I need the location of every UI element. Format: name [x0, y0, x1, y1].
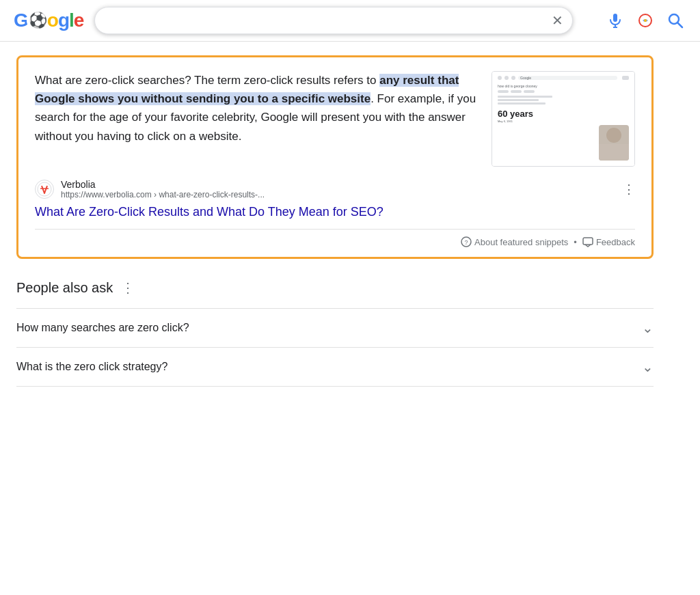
- mock-result-left: 60 years May 6, 1961: [498, 96, 552, 123]
- mock-result-text-lines: [498, 96, 552, 105]
- about-snippets-label: About featured snippets: [474, 237, 568, 247]
- google-logo[interactable]: G ⚽ o g l e: [14, 10, 83, 31]
- snippet-text-before: What are zero-click searches? The term z…: [35, 74, 379, 87]
- browser-dot1: [498, 76, 502, 80]
- source-url: https://www.verbolia.com › what-are-zero…: [61, 190, 265, 199]
- mock-celebrity-image: [599, 125, 629, 161]
- svg-rect-11: [583, 238, 593, 245]
- snippet-result-link[interactable]: What Are Zero-Click Results and What Do …: [35, 205, 635, 219]
- svg-line-6: [677, 23, 682, 27]
- browser-dot3: [511, 76, 515, 80]
- paa-title: People also ask: [16, 280, 113, 296]
- logo-letter-g: G: [14, 10, 28, 31]
- mock-close-btn: [622, 76, 629, 80]
- snippet-footer: ? About featured snippets • Feedback: [35, 229, 635, 247]
- logo-letter-g2: g: [58, 10, 69, 31]
- mock-search-text: how old is george clooney: [498, 84, 629, 88]
- mock-person-body: [599, 144, 629, 161]
- mock-line1: [498, 96, 552, 98]
- paa-question-1: How many searches are zero click?: [16, 322, 189, 334]
- search-bar-container: what is zero click search ✕: [94, 7, 573, 34]
- logo-soccer-ball-icon: ⚽: [27, 10, 49, 31]
- svg-rect-0: [613, 14, 617, 22]
- search-button[interactable]: [664, 10, 686, 31]
- source-info: Verbolia https://www.verbolia.com › what…: [61, 179, 265, 199]
- browser-dot2: [504, 76, 509, 80]
- image-search-button[interactable]: [634, 10, 656, 31]
- snippet-image: Google how old is george clooney: [492, 71, 635, 167]
- people-also-ask-section: People also ask ⋮ How many searches are …: [16, 278, 654, 387]
- voice-search-button[interactable]: [604, 10, 626, 31]
- mock-browser-bar: Google: [498, 76, 629, 80]
- featured-snippet-box: What are zero-click searches? The term z…: [16, 55, 654, 259]
- mock-date: May 6, 1961: [498, 120, 552, 123]
- mock-tab3: [524, 90, 535, 93]
- mock-url-bar: Google: [518, 76, 617, 80]
- mock-age-label: 60 years: [498, 109, 552, 119]
- svg-point-4: [644, 19, 647, 22]
- paa-chevron-1-icon: ⌄: [642, 320, 654, 336]
- verbolia-logo-icon: [37, 182, 52, 197]
- logo-letter-l: l: [69, 10, 74, 31]
- verbolia-logo: [35, 180, 54, 199]
- feedback-icon: [582, 236, 593, 247]
- snippet-image-inner: Google how old is george clooney: [492, 72, 634, 166]
- paa-chevron-2-icon: ⌄: [642, 359, 654, 375]
- main-content: What are zero-click searches? The term z…: [0, 42, 670, 400]
- microphone-icon: [607, 12, 623, 29]
- paa-question-2: What is the zero click strategy?: [16, 361, 167, 373]
- mock-tabs: [498, 90, 629, 93]
- mock-tab1: [498, 90, 509, 93]
- mock-result-area: 60 years May 6, 1961: [498, 96, 629, 123]
- lens-icon: [637, 12, 654, 29]
- mock-url-text: Google: [520, 76, 531, 80]
- mock-tab2: [511, 90, 522, 93]
- snippet-source: Verbolia https://www.verbolia.com › what…: [35, 179, 635, 199]
- feedback-label: Feedback: [596, 237, 635, 247]
- mock-line3: [498, 102, 546, 105]
- header-icons: [604, 10, 686, 31]
- paa-item-2[interactable]: What is the zero click strategy? ⌄: [16, 347, 654, 387]
- about-snippets-button[interactable]: ? About featured snippets: [461, 236, 568, 247]
- source-more-button[interactable]: ⋮: [623, 182, 635, 197]
- paa-more-button[interactable]: ⋮: [120, 278, 136, 297]
- snippet-body: What are zero-click searches? The term z…: [35, 71, 635, 167]
- search-icon: [667, 12, 684, 29]
- footer-divider: •: [574, 237, 577, 247]
- svg-text:?: ?: [465, 239, 468, 246]
- header: G ⚽ o g l e what is zero click search ✕: [0, 0, 700, 42]
- paa-item-1[interactable]: How many searches are zero click? ⌄: [16, 308, 654, 347]
- logo-letter-o2: o: [47, 10, 58, 31]
- paa-header: People also ask ⋮: [16, 278, 654, 297]
- mock-line2: [498, 99, 539, 101]
- clear-search-icon[interactable]: ✕: [552, 12, 563, 29]
- logo-letter-e: e: [74, 10, 84, 31]
- search-input[interactable]: what is zero click search: [94, 7, 573, 34]
- snippet-text: What are zero-click searches? The term z…: [35, 71, 478, 167]
- feedback-button[interactable]: Feedback: [582, 236, 635, 247]
- question-circle-icon: ?: [461, 236, 472, 247]
- mock-person-head: [606, 128, 621, 143]
- source-name: Verbolia: [61, 179, 265, 190]
